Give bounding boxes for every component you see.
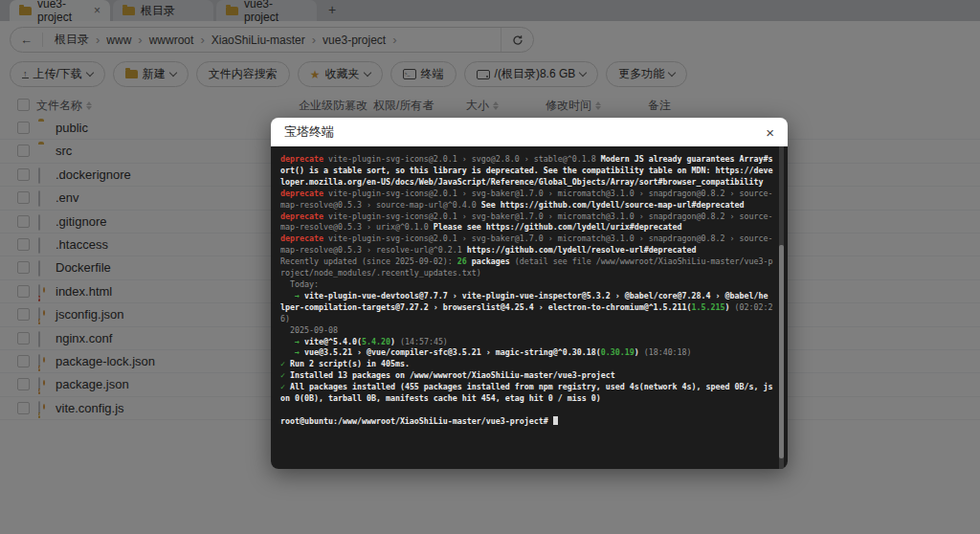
terminal-prompt[interactable]: root@ubuntu:/www/wwwroot/XiaoShiLiu-mast… [280,416,778,428]
terminal-modal: 宝塔终端 × deprecate vite-plugin-svg-icons@2… [271,118,788,469]
terminal-line: deprecate vite-plugin-svg-icons@2.0.1 › … [280,211,778,223]
terminal-line: ort() is a stable sort, so this library … [280,166,778,177]
terminal-line: 6) [280,314,778,325]
terminal-line: ✓ All packages installed (455 packages i… [280,382,778,393]
terminal-line: → vue@3.5.21 › @vue/compiler-sfc@3.5.21 … [280,347,778,359]
terminal-line: loper.mozilla.org/en-US/docs/Web/JavaScr… [280,177,778,189]
close-icon[interactable]: × [766,125,774,140]
modal-header: 宝塔终端 × [271,118,788,146]
terminal-line: map-resolve@0.5.3 › source-map-url@^0.4.… [280,200,778,211]
terminal-line [280,405,778,416]
terminal-line: Recently updated (since 2025-09-02): 26 … [280,256,778,268]
terminal-line: → vite-plugin-vue-devtools@7.7.7 › vite-… [280,291,778,302]
terminal-line: ✓ Installed 13 packages on /www/wwwroot/… [280,370,778,382]
terminal-line: → vite@^5.4.0(5.4.20) (14:57:45) [280,337,778,348]
terminal-line: lper-compilation-targets@7.27.2 › browse… [280,302,778,314]
terminal-line: map-resolve@0.5.3 › resolve-url@^0.2.1 h… [280,245,778,256]
terminal-line: roject/node_modules/.recently_updates.tx… [280,268,778,279]
terminal-line: ✓ Run 2 script(s) in 405ms. [280,359,778,370]
terminal-line: Today: [280,279,778,291]
terminal-line: 2025-09-08 [280,325,778,337]
terminal-line: deprecate vite-plugin-svg-icons@2.0.1 › … [280,154,778,166]
terminal-line: deprecate vite-plugin-svg-icons@2.0.1 › … [280,234,778,245]
terminal-output[interactable]: deprecate vite-plugin-svg-icons@2.0.1 › … [271,146,788,469]
terminal-cursor [553,416,558,425]
terminal-scrollbar-thumb[interactable] [779,245,784,458]
terminal-line: map-resolve@0.5.3 › urix@^0.1.0 Please s… [280,222,778,234]
terminal-line: on 0(0B), tarball 0B, manifests cache hi… [280,393,778,405]
modal-title: 宝塔终端 [284,123,334,141]
terminal-line: deprecate vite-plugin-svg-icons@2.0.1 › … [280,189,778,200]
